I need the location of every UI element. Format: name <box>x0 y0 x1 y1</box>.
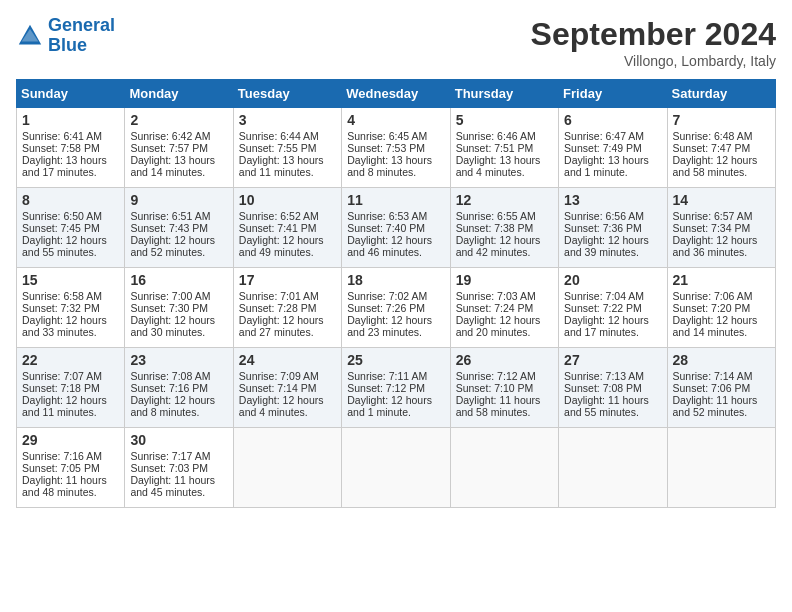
sunset-text: Sunset: 7:08 PM <box>564 382 642 394</box>
day-number: 19 <box>456 272 553 288</box>
day-number: 27 <box>564 352 661 368</box>
title-block: September 2024 Villongo, Lombardy, Italy <box>531 16 776 69</box>
daylight-text: Daylight: 13 hours and 4 minutes. <box>456 154 541 178</box>
sunrise-text: Sunrise: 7:06 AM <box>673 290 753 302</box>
daylight-text: Daylight: 12 hours and 11 minutes. <box>22 394 107 418</box>
day-number: 29 <box>22 432 119 448</box>
calendar-cell: 20Sunrise: 7:04 AMSunset: 7:22 PMDayligh… <box>559 268 667 348</box>
sunset-text: Sunset: 7:05 PM <box>22 462 100 474</box>
day-number: 7 <box>673 112 770 128</box>
daylight-text: Daylight: 12 hours and 46 minutes. <box>347 234 432 258</box>
sunrise-text: Sunrise: 6:42 AM <box>130 130 210 142</box>
daylight-text: Daylight: 11 hours and 52 minutes. <box>673 394 758 418</box>
day-number: 3 <box>239 112 336 128</box>
sunrise-text: Sunrise: 7:13 AM <box>564 370 644 382</box>
day-number: 15 <box>22 272 119 288</box>
sunset-text: Sunset: 7:38 PM <box>456 222 534 234</box>
sunset-text: Sunset: 7:36 PM <box>564 222 642 234</box>
calendar-cell: 12Sunrise: 6:55 AMSunset: 7:38 PMDayligh… <box>450 188 558 268</box>
day-header: Thursday <box>450 80 558 108</box>
day-number: 17 <box>239 272 336 288</box>
sunrise-text: Sunrise: 6:55 AM <box>456 210 536 222</box>
calendar-cell: 23Sunrise: 7:08 AMSunset: 7:16 PMDayligh… <box>125 348 233 428</box>
sunset-text: Sunset: 7:51 PM <box>456 142 534 154</box>
daylight-text: Daylight: 13 hours and 17 minutes. <box>22 154 107 178</box>
sunset-text: Sunset: 7:32 PM <box>22 302 100 314</box>
calendar-cell <box>342 428 450 508</box>
sunset-text: Sunset: 7:28 PM <box>239 302 317 314</box>
sunrise-text: Sunrise: 6:56 AM <box>564 210 644 222</box>
calendar-week-row: 15Sunrise: 6:58 AMSunset: 7:32 PMDayligh… <box>17 268 776 348</box>
sunrise-text: Sunrise: 7:03 AM <box>456 290 536 302</box>
daylight-text: Daylight: 12 hours and 55 minutes. <box>22 234 107 258</box>
sunset-text: Sunset: 7:18 PM <box>22 382 100 394</box>
daylight-text: Daylight: 12 hours and 27 minutes. <box>239 314 324 338</box>
sunrise-text: Sunrise: 6:58 AM <box>22 290 102 302</box>
sunrise-text: Sunrise: 6:44 AM <box>239 130 319 142</box>
sunrise-text: Sunrise: 6:51 AM <box>130 210 210 222</box>
daylight-text: Daylight: 12 hours and 36 minutes. <box>673 234 758 258</box>
day-number: 11 <box>347 192 444 208</box>
day-header: Monday <box>125 80 233 108</box>
sunrise-text: Sunrise: 6:45 AM <box>347 130 427 142</box>
day-number: 10 <box>239 192 336 208</box>
daylight-text: Daylight: 12 hours and 4 minutes. <box>239 394 324 418</box>
day-number: 2 <box>130 112 227 128</box>
daylight-text: Daylight: 13 hours and 1 minute. <box>564 154 649 178</box>
day-number: 30 <box>130 432 227 448</box>
sunset-text: Sunset: 7:24 PM <box>456 302 534 314</box>
sunrise-text: Sunrise: 7:17 AM <box>130 450 210 462</box>
day-number: 22 <box>22 352 119 368</box>
sunset-text: Sunset: 7:45 PM <box>22 222 100 234</box>
daylight-text: Daylight: 11 hours and 55 minutes. <box>564 394 649 418</box>
logo-icon <box>16 22 44 50</box>
day-number: 6 <box>564 112 661 128</box>
calendar-week-row: 22Sunrise: 7:07 AMSunset: 7:18 PMDayligh… <box>17 348 776 428</box>
sunrise-text: Sunrise: 6:41 AM <box>22 130 102 142</box>
day-number: 8 <box>22 192 119 208</box>
calendar-cell: 11Sunrise: 6:53 AMSunset: 7:40 PMDayligh… <box>342 188 450 268</box>
daylight-text: Daylight: 11 hours and 48 minutes. <box>22 474 107 498</box>
calendar-cell: 8Sunrise: 6:50 AMSunset: 7:45 PMDaylight… <box>17 188 125 268</box>
page-header: GeneralBlue September 2024 Villongo, Lom… <box>16 16 776 69</box>
day-header: Saturday <box>667 80 775 108</box>
sunset-text: Sunset: 7:20 PM <box>673 302 751 314</box>
day-header: Wednesday <box>342 80 450 108</box>
calendar-cell: 7Sunrise: 6:48 AMSunset: 7:47 PMDaylight… <box>667 108 775 188</box>
calendar-cell: 28Sunrise: 7:14 AMSunset: 7:06 PMDayligh… <box>667 348 775 428</box>
calendar-cell: 14Sunrise: 6:57 AMSunset: 7:34 PMDayligh… <box>667 188 775 268</box>
sunset-text: Sunset: 7:58 PM <box>22 142 100 154</box>
day-number: 9 <box>130 192 227 208</box>
sunset-text: Sunset: 7:06 PM <box>673 382 751 394</box>
day-number: 23 <box>130 352 227 368</box>
sunset-text: Sunset: 7:10 PM <box>456 382 534 394</box>
sunset-text: Sunset: 7:40 PM <box>347 222 425 234</box>
calendar-table: SundayMondayTuesdayWednesdayThursdayFrid… <box>16 79 776 508</box>
sunrise-text: Sunrise: 6:53 AM <box>347 210 427 222</box>
sunset-text: Sunset: 7:41 PM <box>239 222 317 234</box>
calendar-cell: 6Sunrise: 6:47 AMSunset: 7:49 PMDaylight… <box>559 108 667 188</box>
sunset-text: Sunset: 7:57 PM <box>130 142 208 154</box>
sunset-text: Sunset: 7:26 PM <box>347 302 425 314</box>
calendar-cell: 21Sunrise: 7:06 AMSunset: 7:20 PMDayligh… <box>667 268 775 348</box>
sunset-text: Sunset: 7:03 PM <box>130 462 208 474</box>
daylight-text: Daylight: 12 hours and 20 minutes. <box>456 314 541 338</box>
calendar-body: 1Sunrise: 6:41 AMSunset: 7:58 PMDaylight… <box>17 108 776 508</box>
calendar-cell <box>233 428 341 508</box>
day-number: 26 <box>456 352 553 368</box>
day-number: 25 <box>347 352 444 368</box>
sunrise-text: Sunrise: 6:57 AM <box>673 210 753 222</box>
calendar-cell: 18Sunrise: 7:02 AMSunset: 7:26 PMDayligh… <box>342 268 450 348</box>
day-number: 13 <box>564 192 661 208</box>
calendar-cell: 10Sunrise: 6:52 AMSunset: 7:41 PMDayligh… <box>233 188 341 268</box>
daylight-text: Daylight: 12 hours and 58 minutes. <box>673 154 758 178</box>
calendar-cell: 3Sunrise: 6:44 AMSunset: 7:55 PMDaylight… <box>233 108 341 188</box>
day-number: 14 <box>673 192 770 208</box>
calendar-cell <box>450 428 558 508</box>
sunrise-text: Sunrise: 7:02 AM <box>347 290 427 302</box>
sunrise-text: Sunrise: 6:46 AM <box>456 130 536 142</box>
daylight-text: Daylight: 13 hours and 14 minutes. <box>130 154 215 178</box>
sunrise-text: Sunrise: 6:50 AM <box>22 210 102 222</box>
sunrise-text: Sunrise: 6:47 AM <box>564 130 644 142</box>
sunrise-text: Sunrise: 7:16 AM <box>22 450 102 462</box>
